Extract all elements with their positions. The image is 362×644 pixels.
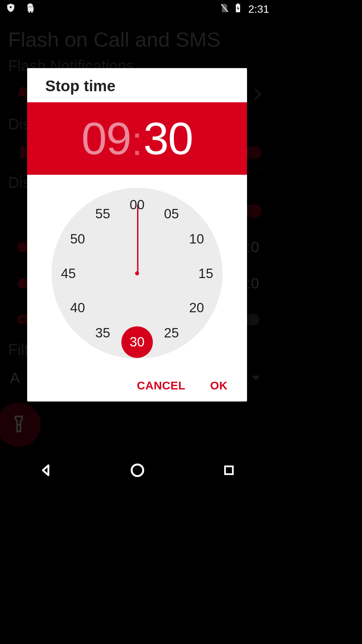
- svg-point-8: [131, 465, 143, 476]
- cancel-button[interactable]: CANCEL: [137, 379, 185, 392]
- clock-minute-40[interactable]: 40: [70, 300, 85, 315]
- battery-charging-icon: [233, 3, 243, 15]
- status-left: [5, 3, 36, 16]
- clock-face-container: 000510152025303540455055: [27, 175, 247, 372]
- no-sim-icon: [220, 3, 230, 15]
- svg-rect-2: [237, 3, 239, 5]
- time-colon: :: [131, 118, 142, 164]
- clock-minute-00[interactable]: 00: [130, 197, 145, 212]
- hour-value[interactable]: 09: [81, 112, 131, 165]
- dialog-title: Stop time: [27, 68, 247, 102]
- clock-minute-35[interactable]: 35: [95, 325, 110, 340]
- back-button[interactable]: [36, 460, 56, 480]
- home-button[interactable]: [127, 460, 147, 480]
- time-picker-dialog: Stop time 09 : 30 0005101520253035404550…: [27, 68, 247, 401]
- clock-selected-minute[interactable]: 30: [121, 326, 153, 358]
- status-bar: 2:31: [0, 0, 275, 18]
- clock-minute-05[interactable]: 05: [164, 206, 179, 221]
- clock-hand: [137, 205, 138, 273]
- ok-button[interactable]: OK: [210, 379, 228, 392]
- clock-minute-15[interactable]: 15: [198, 266, 214, 281]
- android-icon: [25, 3, 36, 16]
- status-time: 2:31: [248, 3, 269, 15]
- status-right: 2:31: [220, 3, 269, 15]
- clock-minute-25[interactable]: 25: [164, 325, 179, 340]
- clock-minute-20[interactable]: 20: [189, 300, 204, 315]
- clock-minute-45[interactable]: 45: [61, 266, 76, 281]
- clock-minute-10[interactable]: 10: [189, 231, 204, 247]
- clock-face[interactable]: 000510152025303540455055: [52, 188, 223, 359]
- svg-rect-9: [225, 466, 233, 474]
- time-display: 09 : 30: [27, 102, 247, 175]
- shield-icon: [5, 3, 16, 16]
- dialog-actions: CANCEL OK: [27, 372, 247, 401]
- recents-button[interactable]: [219, 460, 239, 480]
- minute-value[interactable]: 30: [143, 112, 193, 165]
- navigation-bar: [0, 452, 275, 488]
- clock-minute-55[interactable]: 55: [95, 206, 110, 221]
- clock-minute-50[interactable]: 50: [70, 231, 85, 247]
- svg-point-0: [10, 6, 11, 8]
